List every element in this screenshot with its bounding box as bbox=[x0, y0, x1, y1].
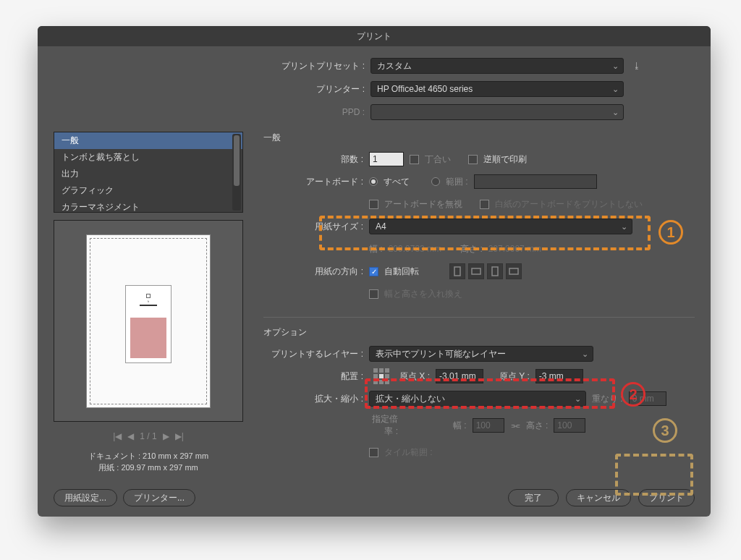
ppd-select: ⌄ bbox=[370, 104, 624, 120]
printer-label: プリンター : bbox=[54, 83, 365, 96]
printer-settings-button[interactable]: プリンター... bbox=[123, 489, 195, 506]
reverse-checkbox[interactable] bbox=[468, 155, 478, 164]
category-item-general[interactable]: 一般 bbox=[54, 132, 242, 149]
printer-select[interactable]: HP OfficeJet 4650 series⌄ bbox=[370, 81, 624, 97]
chevron-down-icon: ⌄ bbox=[612, 108, 619, 117]
document-size: ドキュメント : 210 mm x 297 mm bbox=[54, 451, 243, 462]
height-value: 297.0007 mm bbox=[488, 244, 541, 254]
cancel-button[interactable]: キャンセル bbox=[566, 489, 631, 506]
chevron-down-icon: ⌄ bbox=[612, 85, 619, 94]
print-preview: h bbox=[54, 220, 243, 422]
category-item-color[interactable]: カラーマネジメント bbox=[54, 199, 242, 213]
pager-position: 1 / 1 bbox=[140, 431, 156, 441]
range-input bbox=[474, 174, 597, 189]
category-item-graphics[interactable]: グラフィック bbox=[54, 182, 242, 199]
chevron-down-icon: ⌄ bbox=[612, 61, 619, 71]
paper-size-info: 用紙 : 209.97 mm x 297 mm bbox=[54, 462, 243, 473]
titlebar: プリント bbox=[38, 26, 711, 46]
origin-y-input[interactable] bbox=[535, 369, 583, 383]
preset-select[interactable]: カスタム⌄ bbox=[370, 58, 624, 74]
ratio-w-input bbox=[473, 418, 504, 433]
ratio-w-label: 幅 : bbox=[453, 420, 467, 432]
svg-rect-1 bbox=[472, 268, 480, 274]
print-dialog: プリント プリントプリセット : カスタム⌄ ⭳ プリンター : HP Offi… bbox=[38, 26, 711, 517]
link-icon: ⫘ bbox=[510, 420, 520, 431]
layers-select[interactable]: 表示中でプリント可能なレイヤー⌄ bbox=[369, 346, 593, 362]
orientation-landscape-right-icon bbox=[506, 263, 522, 279]
pager-first-icon[interactable]: |◀ bbox=[113, 431, 122, 441]
page-setup-button[interactable]: 用紙設定... bbox=[54, 489, 117, 506]
pager-last-icon[interactable]: ▶| bbox=[175, 431, 184, 441]
artboard-range-radio[interactable] bbox=[431, 177, 440, 186]
swap-wh-label: 幅と高さを入れ換え bbox=[384, 288, 462, 300]
options-heading: オプション bbox=[263, 326, 695, 339]
orientation-portrait-up-icon bbox=[449, 263, 465, 279]
ratio-h-input bbox=[554, 418, 585, 433]
category-scrollbar[interactable] bbox=[232, 134, 241, 211]
category-item-marks[interactable]: トンボと裁ち落とし bbox=[54, 149, 242, 166]
general-heading: 一般 bbox=[263, 132, 695, 144]
orientation-label: 用紙の方向 : bbox=[263, 266, 363, 278]
scale-value: 拡大・縮小しない bbox=[376, 393, 445, 405]
copies-input[interactable] bbox=[369, 152, 404, 166]
preset-value: カスタム bbox=[377, 60, 412, 72]
artboard-all-label: すべて bbox=[384, 176, 410, 188]
width-label: 幅 : bbox=[369, 243, 383, 255]
collate-checkbox bbox=[410, 155, 419, 164]
swap-wh-checkbox bbox=[369, 289, 378, 299]
artboard-all-radio[interactable] bbox=[369, 177, 378, 186]
print-button[interactable]: プリント bbox=[638, 489, 695, 506]
save-preset-icon[interactable]: ⭳ bbox=[630, 59, 644, 73]
skip-blank-label: 白紙のアートボードをプリントしない bbox=[495, 198, 643, 211]
paper-size-value: A4 bbox=[376, 221, 386, 232]
category-list[interactable]: 一般 トンボと裁ち落とし 出力 グラフィック カラーマネジメント bbox=[54, 132, 243, 213]
ignore-artboard-checkbox[interactable] bbox=[369, 200, 378, 209]
copies-label: 部数 : bbox=[263, 153, 363, 166]
pager-prev-icon[interactable]: ◀ bbox=[127, 431, 134, 441]
height-label: 高さ : bbox=[460, 243, 483, 255]
layers-value: 表示中でプリント可能なレイヤー bbox=[376, 348, 506, 360]
scale-label: 拡大・縮小 : bbox=[263, 393, 363, 405]
overlap-label: 重なり : bbox=[592, 393, 623, 405]
overlap-input bbox=[629, 391, 666, 406]
tile-label: タイル範囲 : bbox=[384, 446, 433, 459]
scrollbar-thumb[interactable] bbox=[234, 135, 240, 186]
category-item-output[interactable]: 出力 bbox=[54, 166, 242, 182]
origin-y-label: 原点 Y : bbox=[499, 370, 530, 383]
dialog-title: プリント bbox=[357, 30, 391, 43]
ratio-h-label: 高さ : bbox=[526, 420, 549, 432]
svg-rect-0 bbox=[454, 267, 460, 276]
layers-label: プリントするレイヤー : bbox=[263, 348, 363, 360]
origin-x-label: 原点 X : bbox=[399, 370, 430, 383]
orientation-portrait-down-icon bbox=[487, 263, 503, 279]
ignore-artboard-label: アートボードを無視 bbox=[384, 198, 462, 211]
ppd-label: PPD : bbox=[54, 107, 365, 117]
printer-value: HP OfficeJet 4650 series bbox=[377, 84, 473, 94]
skip-blank-checkbox bbox=[480, 200, 489, 209]
artboard-label: アートボード : bbox=[263, 176, 363, 188]
origin-x-input[interactable] bbox=[436, 369, 483, 383]
chevron-down-icon: ⌄ bbox=[621, 222, 627, 232]
done-button[interactable]: 完了 bbox=[508, 489, 559, 506]
paper-size-select[interactable]: A4⌄ bbox=[369, 219, 632, 234]
paper-size-label: 用紙サイズ : bbox=[263, 221, 363, 233]
chevron-down-icon: ⌄ bbox=[575, 394, 581, 404]
collate-label: 丁合い bbox=[425, 153, 451, 166]
auto-rotate-checkbox[interactable]: ✓ bbox=[369, 267, 378, 276]
artboard-range-label: 範囲 : bbox=[446, 176, 468, 188]
preset-label: プリントプリセット : bbox=[54, 60, 365, 72]
orientation-landscape-left-icon bbox=[468, 263, 484, 279]
preview-artwork: h bbox=[125, 285, 172, 363]
tile-checkbox bbox=[369, 448, 378, 457]
placement-anchor-icon[interactable] bbox=[373, 368, 389, 384]
scale-select[interactable]: 拡大・縮小しない⌄ bbox=[369, 391, 586, 407]
pager-next-icon[interactable]: ▶ bbox=[163, 431, 169, 441]
auto-rotate-label: 自動回転 bbox=[384, 266, 419, 278]
svg-rect-2 bbox=[492, 267, 498, 276]
width-value: 209.9733 mm bbox=[389, 244, 441, 254]
ratio-label: 指定倍率 : bbox=[369, 413, 398, 438]
reverse-label: 逆順で印刷 bbox=[483, 153, 527, 166]
placement-label: 配置 : bbox=[263, 370, 363, 383]
preview-page: h bbox=[87, 235, 210, 407]
svg-rect-3 bbox=[509, 268, 518, 274]
